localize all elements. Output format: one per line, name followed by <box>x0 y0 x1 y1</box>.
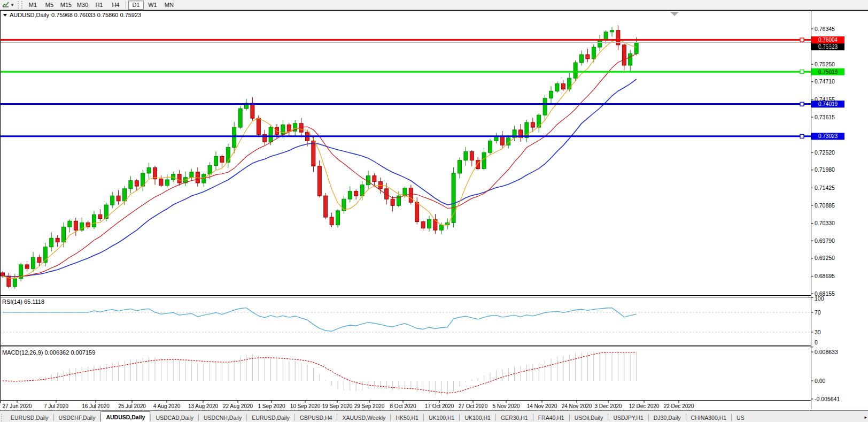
candle-body <box>123 189 127 201</box>
timeframe-button-m15[interactable]: M15 <box>58 1 74 10</box>
chart-tab-usdcad-daily[interactable]: USDCAD,Daily <box>151 413 198 422</box>
date-axis-label: 5 Nov 2020 <box>492 403 520 409</box>
candle-body <box>549 91 553 98</box>
chart-tab-usdjpy-h1[interactable]: USDJPY,H1 <box>608 413 648 422</box>
candle-body <box>464 151 468 160</box>
date-axis-label: 17 Oct 2020 <box>425 403 454 409</box>
candle-body <box>62 227 66 242</box>
toolbar-grip <box>18 1 22 9</box>
candle-body <box>421 222 425 228</box>
chart-tab-audusd-daily[interactable]: AUDUSD,Daily <box>100 411 150 422</box>
symbol-dropdown-icon[interactable] <box>3 14 7 17</box>
candle-body <box>147 168 151 173</box>
level-line-handle[interactable] <box>800 102 804 106</box>
y-axis-label: 0.70885 <box>815 202 835 209</box>
y-axis-label: 0.75250 <box>815 61 835 67</box>
chart-tab-usdchf-daily[interactable]: USDCHF,Daily <box>54 413 100 422</box>
timeframe-button-mn[interactable]: MN <box>161 1 177 10</box>
candle-body <box>232 127 236 147</box>
chart-tools-icon[interactable] <box>2 1 10 9</box>
macd-indicator-label: MACD(12,26,9) 0.006362 0.007159 <box>2 349 95 356</box>
candle-body <box>281 125 285 134</box>
chart-area[interactable]: 0.760040.750190.740190.730230.759230.763… <box>0 10 868 410</box>
candle-body <box>336 211 340 225</box>
candle-body <box>312 141 315 166</box>
candle-body <box>555 83 559 91</box>
candle-body <box>190 172 193 177</box>
chart-tab-eurusd-daily[interactable]: EURUSD,Daily <box>6 413 53 422</box>
level-line-handle[interactable] <box>800 70 804 74</box>
candle-body <box>500 136 504 145</box>
y-axis-label: 0.69250 <box>815 255 835 261</box>
rsi-axis-label: 70 <box>815 309 821 316</box>
candle-body <box>196 172 199 183</box>
chart-title-ohlc: 0.75968 0.76033 0.75860 0.75923 <box>51 12 141 18</box>
candle-body <box>135 181 138 186</box>
candle-body <box>452 173 455 222</box>
timeframe-button-m30[interactable]: M30 <box>75 1 90 10</box>
y-axis-label: 0.72520 <box>815 149 835 156</box>
chart-tab-usdcnh-daily[interactable]: USDCNH,Daily <box>199 413 246 422</box>
chart-tab-uk100-h1[interactable]: UK100,H1 <box>460 413 495 422</box>
candle-body <box>68 221 72 227</box>
timeframe-button-m1[interactable]: M1 <box>25 1 41 10</box>
y-axis-label: 0.74710 <box>815 78 835 85</box>
candle-body <box>586 55 590 59</box>
candle-body <box>25 265 29 268</box>
price-badge-level-text: 0.76004 <box>818 37 838 43</box>
candle-body <box>287 125 291 131</box>
timeframe-button-m5[interactable]: M5 <box>42 1 57 10</box>
timeframe-button-d1[interactable]: D1 <box>128 1 144 10</box>
moving-average-line <box>3 39 637 279</box>
tab-scroll-right-icon[interactable]: ▸ <box>862 415 867 420</box>
date-axis-label: 3 Dec 2020 <box>594 403 622 409</box>
trading-terminal: ▼ M1M5M15M30H1H4D1W1MN 0.760040.750190.7… <box>0 0 868 422</box>
timeframe-button-h1[interactable]: H1 <box>91 1 107 10</box>
date-axis-label: 16 Jul 2020 <box>82 403 110 409</box>
chart-tab-fra40-h1[interactable]: FRA40,H1 <box>533 413 569 422</box>
chart-tab-usoil-daily[interactable]: USOil,Daily <box>570 413 608 422</box>
level-line-handle[interactable] <box>800 38 804 42</box>
candle-body <box>220 156 224 162</box>
chart-tab-eurusd-daily[interactable]: EURUSD,Daily <box>247 413 294 422</box>
chart-tab-uk100-h1[interactable]: UK100,H1 <box>424 413 459 422</box>
chart-tab-xauusd-weekly[interactable]: XAUUSD,Weekly <box>337 413 390 422</box>
date-axis-label: 22 Aug 2020 <box>223 403 253 409</box>
chart-tab-us[interactable]: US <box>732 413 749 422</box>
candle-body <box>403 188 407 196</box>
candle-body <box>117 196 120 201</box>
rsi-axis-label: 100 <box>815 295 824 302</box>
chart-tab-gbpusd-h4[interactable]: GBPUSD,H4 <box>295 413 337 422</box>
y-axis-label: 0.70330 <box>815 220 835 226</box>
candle-body <box>482 152 486 168</box>
date-axis-label: 1 Sep 2020 <box>258 403 285 409</box>
candle-body <box>409 188 413 203</box>
date-axis-label: 27 Jun 2020 <box>2 403 32 409</box>
level-line-handle[interactable] <box>800 134 804 138</box>
candle-body <box>391 199 394 205</box>
candle-body <box>129 181 133 189</box>
price-badge-level-text: 0.75019 <box>818 69 838 75</box>
candle-body <box>214 156 218 165</box>
candle-body <box>177 174 181 183</box>
rsi-axis-label: 0 <box>815 339 818 346</box>
candle-body <box>1 273 5 276</box>
candle-body <box>208 165 212 174</box>
date-axis-label: 27 Oct 2020 <box>459 403 488 409</box>
candle-body <box>629 53 632 65</box>
chart-tab-ger30-h1[interactable]: GER30,H1 <box>496 413 533 422</box>
chevron-down-icon[interactable]: ▼ <box>10 3 14 7</box>
chart-tab-dj30-daily[interactable]: DJ30,Daily <box>649 413 686 422</box>
y-axis-label: 0.75805 <box>815 43 835 49</box>
candle-body <box>238 109 242 127</box>
chart-tab-china300-h1[interactable]: CHINA300,H1 <box>686 413 732 422</box>
timeframe-button-w1[interactable]: W1 <box>145 1 160 10</box>
chart-shift-marker-icon[interactable] <box>670 12 679 16</box>
y-axis-label: 0.68695 <box>815 273 835 279</box>
y-axis-label: 0.74155 <box>815 96 835 103</box>
chart-tab-hk50-h1[interactable]: HK50,H1 <box>391 413 423 422</box>
rsi-line <box>3 308 637 332</box>
y-axis-label: 0.76345 <box>815 26 835 32</box>
timeframe-button-h4[interactable]: H4 <box>108 1 123 10</box>
candle-body <box>32 257 35 268</box>
